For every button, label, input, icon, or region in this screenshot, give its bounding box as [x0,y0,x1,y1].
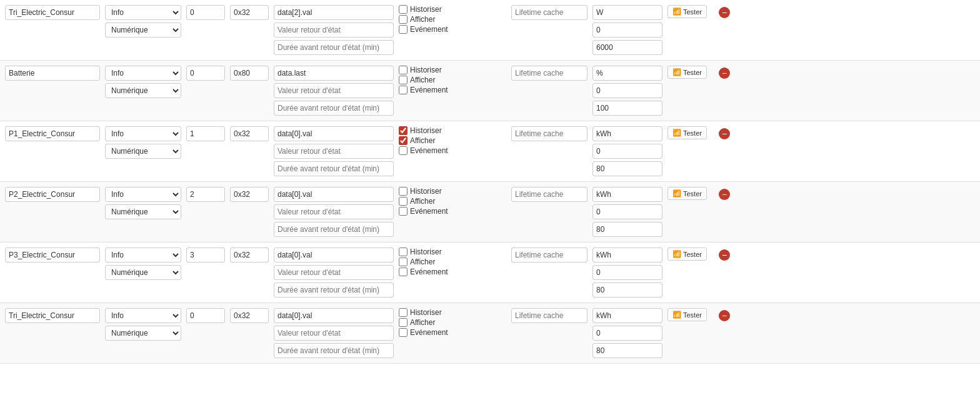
unit-num-input[interactable] [592,144,662,159]
type-select[interactable]: InfoAction [105,126,181,141]
data-retour-input[interactable] [274,144,394,159]
unit-max-input[interactable] [592,282,662,298]
tester-button[interactable]: 📶Tester [668,126,707,139]
data-retour-input[interactable] [274,326,394,341]
evenement-checkbox[interactable] [399,86,408,94]
lifetime-input[interactable] [511,248,588,262]
data-duree-input[interactable] [274,343,394,358]
historiser-checkbox[interactable] [399,5,408,14]
tester-button[interactable]: 📶Tester [668,66,707,79]
num-input[interactable] [186,308,225,323]
num-input[interactable] [186,66,225,81]
name-input[interactable] [5,308,100,323]
hex-input[interactable] [230,126,269,141]
afficher-checkbox[interactable] [399,76,408,84]
tester-button[interactable]: 📶Tester [668,187,707,200]
evenement-checkbox[interactable] [399,146,408,155]
evenement-checkbox[interactable] [399,25,408,34]
unit-input[interactable] [592,187,662,202]
type-select[interactable]: InfoAction [105,66,181,81]
unit-max-input[interactable] [592,101,662,116]
hex-input[interactable] [230,308,269,323]
afficher-checkbox[interactable] [399,15,408,24]
unit-max-input[interactable] [592,222,662,237]
unit-max-input[interactable] [592,161,662,176]
afficher-checkbox[interactable] [399,136,408,145]
lifetime-input[interactable] [511,66,588,81]
unit-max-input[interactable] [592,343,662,358]
historiser-checkbox[interactable] [399,248,408,256]
hex-input[interactable] [230,187,269,202]
subtype-select[interactable]: NumériqueBinaireTexte [105,83,181,98]
tester-button[interactable]: 📶Tester [668,5,707,18]
unit-num-input[interactable] [592,265,662,280]
subtype-select[interactable]: NumériqueBinaireTexte [105,265,181,280]
unit-input[interactable] [592,248,662,262]
num-input[interactable] [186,187,225,202]
lifetime-input[interactable] [511,5,588,20]
remove-button[interactable]: − [719,128,730,139]
data-duree-input[interactable] [274,161,394,176]
data-duree-input[interactable] [274,101,394,116]
data-duree-input[interactable] [274,222,394,237]
unit-max-input[interactable] [592,40,662,55]
historiser-checkbox[interactable] [399,126,408,135]
hex-input[interactable] [230,66,269,81]
tester-button[interactable]: 📶Tester [668,248,707,261]
data-retour-input[interactable] [274,265,394,280]
lifetime-input[interactable] [511,308,588,323]
unit-num-input[interactable] [592,83,662,98]
remove-button[interactable]: − [719,310,730,321]
num-input[interactable] [186,5,225,20]
data-retour-input[interactable] [274,83,394,98]
remove-button[interactable]: − [719,7,730,18]
name-input[interactable] [5,5,100,20]
evenement-checkbox[interactable] [399,268,408,276]
data-main-input[interactable] [274,248,394,262]
data-main-input[interactable] [274,308,394,323]
remove-button[interactable]: − [719,249,730,261]
evenement-checkbox[interactable] [399,328,408,337]
afficher-checkbox[interactable] [399,318,408,327]
num-input[interactable] [186,126,225,141]
type-select[interactable]: InfoAction [105,248,181,262]
historiser-checkbox[interactable] [399,187,408,196]
lifetime-input[interactable] [511,126,588,141]
subtype-select[interactable]: NumériqueBinaireTexte [105,204,181,219]
afficher-checkbox[interactable] [399,197,408,206]
hex-input[interactable] [230,5,269,20]
data-main-input[interactable] [274,5,394,20]
unit-input[interactable] [592,5,662,20]
afficher-checkbox[interactable] [399,258,408,266]
unit-num-input[interactable] [592,204,662,219]
unit-input[interactable] [592,126,662,141]
type-select[interactable]: InfoAction [105,187,181,202]
evenement-checkbox[interactable] [399,207,408,216]
unit-num-input[interactable] [592,326,662,341]
data-duree-input[interactable] [274,282,394,298]
num-input[interactable] [186,248,225,262]
name-input[interactable] [5,66,100,81]
remove-button[interactable]: − [719,189,730,200]
name-input[interactable] [5,126,100,141]
name-input[interactable] [5,187,100,202]
subtype-select[interactable]: NumériqueBinaireTexte [105,144,181,159]
unit-num-input[interactable] [592,22,662,38]
data-main-input[interactable] [274,66,394,81]
data-retour-input[interactable] [274,22,394,38]
subtype-select[interactable]: NumériqueBinaireTexte [105,22,181,38]
name-input[interactable] [5,248,100,262]
subtype-select[interactable]: NumériqueBinaireTexte [105,326,181,341]
historiser-checkbox[interactable] [399,308,408,317]
data-main-input[interactable] [274,126,394,141]
data-main-input[interactable] [274,187,394,202]
hex-input[interactable] [230,248,269,262]
type-select[interactable]: InfoAction [105,5,181,20]
unit-input[interactable] [592,308,662,323]
tester-button[interactable]: 📶Tester [668,308,707,321]
historiser-checkbox[interactable] [399,66,408,74]
remove-button[interactable]: − [719,68,730,79]
lifetime-input[interactable] [511,187,588,202]
unit-input[interactable] [592,66,662,81]
data-retour-input[interactable] [274,204,394,219]
